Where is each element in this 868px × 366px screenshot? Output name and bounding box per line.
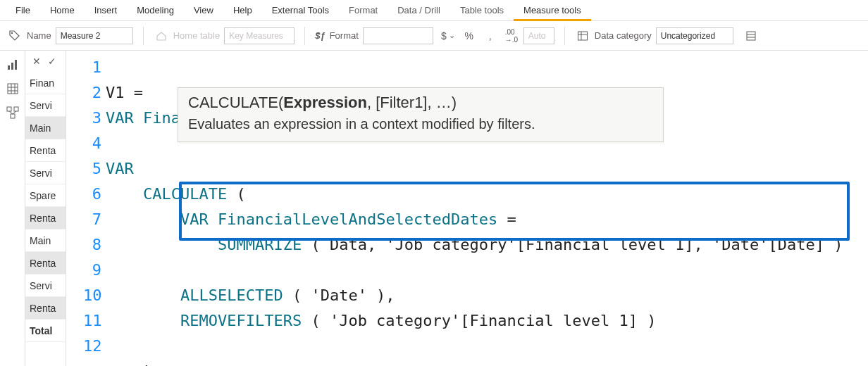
row-header[interactable]: Main bbox=[25, 117, 66, 139]
tooltip-description: Evaluates an expression in a context mod… bbox=[188, 113, 653, 134]
line-number-gutter: 1 2 3 4 5 6 7 8 9 10 11 12 bbox=[83, 55, 101, 359]
menu-view[interactable]: View bbox=[184, 0, 223, 20]
line-number: 6 bbox=[83, 182, 101, 207]
menu-help[interactable]: Help bbox=[223, 0, 262, 20]
menu-data-drill[interactable]: Data / Drill bbox=[388, 0, 450, 20]
svg-rect-8 bbox=[11, 63, 13, 70]
svg-point-0 bbox=[11, 32, 13, 33]
row-header[interactable]: Servi bbox=[25, 162, 66, 184]
svg-rect-4 bbox=[747, 32, 755, 40]
data-category-dropdown[interactable] bbox=[656, 27, 733, 44]
code-keyword: VAR bbox=[106, 160, 134, 177]
code-token: ( Data, 'Job category'[Financial level 1… bbox=[302, 236, 843, 253]
svg-rect-15 bbox=[7, 107, 11, 111]
line-number: 10 bbox=[83, 283, 101, 308]
line-number: 8 bbox=[83, 232, 101, 258]
code-function: CALCULATE bbox=[143, 185, 227, 203]
svg-rect-17 bbox=[11, 114, 15, 118]
line-number: 1 bbox=[83, 55, 101, 80]
menu-measure-tools[interactable]: Measure tools bbox=[514, 0, 591, 21]
tooltip-text: , [Filter1], …) bbox=[367, 94, 457, 111]
home-table-dropdown bbox=[224, 27, 294, 44]
formula-bar-actions: ✕ ✓ bbox=[25, 51, 66, 72]
row-header[interactable]: Servi bbox=[25, 274, 66, 297]
code-keyword: VAR bbox=[180, 210, 209, 228]
measure-name-input[interactable] bbox=[56, 27, 133, 44]
code-function: SUMMARIZE bbox=[218, 236, 302, 253]
line-number: 7 bbox=[83, 207, 101, 232]
tooltip-active-param: Expression bbox=[283, 94, 367, 111]
menu-table-tools[interactable]: Table tools bbox=[450, 0, 514, 20]
row-header[interactable]: Renta bbox=[25, 207, 66, 229]
model-view-icon[interactable] bbox=[6, 106, 20, 120]
code-token: ( 'Date' ), bbox=[283, 286, 395, 304]
row-header[interactable]: Servi bbox=[25, 94, 66, 117]
svg-line-19 bbox=[13, 111, 16, 114]
decimal-places-input[interactable] bbox=[523, 27, 554, 44]
decimal-places-button[interactable]: .00→.0 bbox=[502, 27, 521, 44]
name-label: Name bbox=[27, 30, 51, 41]
row-header[interactable]: Renta bbox=[25, 139, 66, 162]
menu-home[interactable]: Home bbox=[40, 0, 85, 20]
line-number: 4 bbox=[83, 131, 101, 156]
row-header[interactable]: Spare bbox=[25, 184, 66, 207]
code-function: ALLSELECTED bbox=[180, 286, 283, 304]
menu-external-tools[interactable]: External Tools bbox=[262, 0, 339, 20]
commit-formula-icon[interactable]: ✓ bbox=[48, 56, 56, 67]
dax-editor[interactable]: 1 2 3 4 5 6 7 8 9 10 11 12 V1 = VAR Fina… bbox=[66, 51, 868, 366]
report-view-icon[interactable] bbox=[6, 58, 20, 72]
menu-format[interactable]: Format bbox=[339, 0, 388, 20]
code-keyword: VAR bbox=[106, 109, 134, 127]
fx-icon: $ƒ bbox=[315, 30, 325, 41]
svg-rect-16 bbox=[14, 107, 18, 111]
code-token: = bbox=[125, 84, 144, 101]
menu-file[interactable]: File bbox=[6, 0, 40, 20]
ribbon-home-table-group: Home table bbox=[154, 27, 294, 44]
ribbon-data-category-group: Data category bbox=[575, 27, 733, 44]
code-identifier: FinancialLevelAndSelectedDates bbox=[209, 210, 498, 228]
number-format-buttons: $ % , .00→.0 bbox=[439, 27, 554, 44]
tooltip-signature: CALCULATE(Expression, [Filter1], …) bbox=[188, 92, 653, 113]
menu-bar: File Home Insert Modeling View Help Exte… bbox=[0, 0, 868, 21]
ribbon: Name Home table $ƒ Format $ % , .00→.0 D… bbox=[0, 21, 868, 51]
code-token: ) bbox=[143, 362, 152, 366]
format-label: Format bbox=[330, 30, 359, 41]
svg-line-18 bbox=[9, 111, 13, 114]
svg-rect-7 bbox=[8, 65, 10, 70]
data-view-icon[interactable] bbox=[6, 82, 20, 96]
row-header[interactable]: Renta bbox=[25, 252, 66, 274]
ribbon-name-group: Name bbox=[7, 27, 133, 44]
cancel-formula-icon[interactable]: ✕ bbox=[32, 56, 41, 67]
menu-insert[interactable]: Insert bbox=[85, 0, 128, 20]
line-number: 9 bbox=[83, 258, 101, 283]
line-number: 12 bbox=[83, 334, 101, 359]
more-options-icon[interactable] bbox=[743, 28, 759, 44]
row-header[interactable]: Finan bbox=[25, 72, 66, 94]
row-headers-column: ✕ ✓ Finan Servi Main Renta Servi Spare R… bbox=[25, 51, 66, 366]
row-header[interactable]: Renta bbox=[25, 297, 66, 320]
data-category-label: Data category bbox=[595, 30, 652, 41]
menu-modeling[interactable]: Modeling bbox=[127, 0, 184, 20]
home-icon bbox=[154, 28, 169, 44]
home-table-label: Home table bbox=[173, 30, 220, 41]
line-number: 11 bbox=[83, 308, 101, 334]
format-dropdown[interactable] bbox=[363, 27, 433, 44]
row-header[interactable]: Main bbox=[25, 229, 66, 252]
line-number: 2 bbox=[83, 80, 101, 106]
view-rail bbox=[0, 51, 25, 366]
svg-rect-1 bbox=[578, 32, 587, 40]
svg-rect-10 bbox=[8, 84, 18, 94]
line-number: 3 bbox=[83, 106, 101, 131]
thousands-separator-button[interactable]: , bbox=[481, 27, 500, 44]
row-header-total[interactable]: Total bbox=[25, 320, 66, 342]
code-token: V1 bbox=[106, 84, 125, 101]
currency-button[interactable]: $ bbox=[439, 27, 457, 44]
code-token: ( bbox=[227, 185, 246, 203]
percent-button[interactable]: % bbox=[460, 27, 478, 44]
svg-rect-9 bbox=[15, 60, 17, 70]
code-token: ( 'Job category'[Financial level 1] ) bbox=[302, 312, 656, 329]
tooltip-text: CALCULATE( bbox=[188, 94, 283, 111]
ribbon-format-group: $ƒ Format bbox=[315, 27, 433, 44]
intellisense-tooltip: CALCULATE(Expression, [Filter1], …) Eval… bbox=[178, 87, 664, 142]
tag-icon bbox=[7, 28, 23, 44]
